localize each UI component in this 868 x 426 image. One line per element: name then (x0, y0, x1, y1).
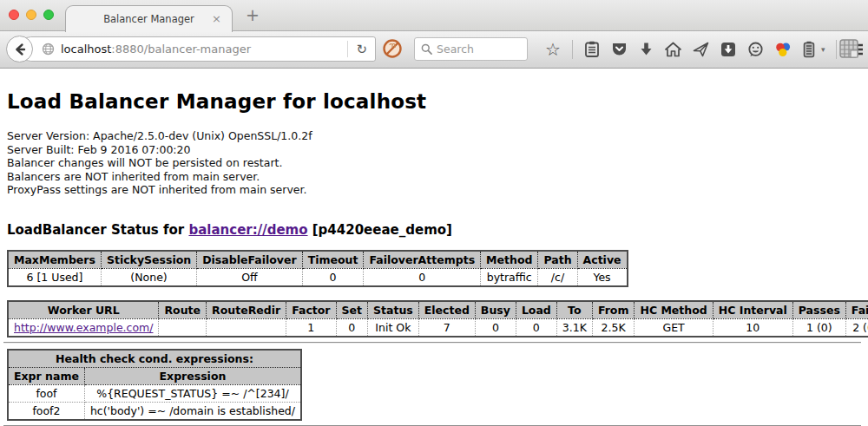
table-cell: 2 (0) (845, 318, 868, 337)
table-cell: GET (635, 318, 713, 337)
table-cell: 1 (0) (792, 318, 845, 337)
window-controls (9, 10, 54, 20)
pocket-icon[interactable] (611, 42, 628, 57)
table-cell: 0 (475, 318, 516, 337)
tab-close-icon[interactable]: × (212, 12, 221, 25)
table-title: Health check cond. expressions: (8, 350, 301, 368)
colored-dots-extension-icon[interactable] (775, 42, 792, 58)
search-icon (421, 43, 432, 55)
tab-groups-icon[interactable] (838, 38, 859, 62)
persist-notice-line: Balancer changes will NOT be persisted o… (7, 156, 861, 170)
column-header: RouteRedir (207, 301, 286, 319)
column-header: MaxMembers (8, 251, 101, 269)
table-header-row: Worker URLRouteRouteRedirFactorSetStatus… (8, 301, 868, 319)
send-plane-icon[interactable] (693, 42, 709, 57)
table-row: 6 [1 Used](None)Off00bytraffic/c/Yes (8, 268, 628, 286)
table-cell: 2.5K (592, 318, 635, 337)
column-header: StickySession (101, 251, 196, 269)
column-header: To (556, 301, 592, 319)
column-header: Worker URL (8, 301, 159, 319)
column-header: Load (516, 301, 556, 319)
column-header: Elected (418, 301, 475, 319)
balancer-link[interactable]: balancer://demo (188, 222, 307, 238)
column-header: Status (368, 301, 419, 319)
table-cell: hc('body') =~ /domain is established/ (84, 402, 301, 420)
battery-extension-icon[interactable] (803, 41, 815, 58)
balancer-manager-page: Load Balancer Manager for localhost Serv… (0, 69, 868, 425)
table-cell: Yes (577, 268, 627, 286)
column-header: HC Interval (713, 301, 792, 319)
window-close-button[interactable] (9, 10, 19, 20)
window-titlebar: Balancer Manager × + (0, 0, 868, 31)
table-cell: Off (197, 268, 302, 286)
table-cell: foof2 (8, 402, 84, 420)
worker-status-table: Worker URLRouteRouteRedirFactorSetStatus… (7, 300, 868, 338)
table-cell: %{REQUEST_STATUS} =~ /^[234]/ (84, 384, 301, 402)
toolbar-divider (836, 40, 837, 59)
window-minimize-button[interactable] (26, 10, 36, 20)
status-prefix: LoadBalancer Status for (7, 222, 188, 238)
column-header: Method (481, 251, 538, 269)
navigation-toolbar: localhost:8880/balancer-manager ↻ Search… (0, 31, 868, 69)
balancer-settings-table: MaxMembersStickySessionDisableFailoverTi… (7, 250, 628, 287)
column-header: Set (336, 301, 367, 319)
table-cell: bytraffic (481, 268, 538, 286)
tab-title: Balancer Manager (103, 13, 194, 25)
search-placeholder: Search (437, 43, 474, 56)
table-cell: http://www.example.com/ (8, 318, 159, 337)
extension-dropdown-caret-icon[interactable]: ▾ (821, 45, 825, 54)
globe-icon (42, 43, 55, 56)
column-header: Route (159, 301, 207, 319)
section-divider (3, 342, 861, 344)
worker-url-link[interactable]: http://www.example.com/ (14, 321, 153, 334)
column-header: FailoverAttempts (364, 251, 481, 269)
column-header: Active (577, 251, 627, 269)
reading-list-icon[interactable] (584, 41, 600, 58)
server-built-line: Server Built: Feb 9 2016 07:00:20 (7, 143, 861, 157)
emoji-extension-icon[interactable] (747, 42, 764, 57)
table-row: http://www.example.com/10Init Ok7003.1K2… (8, 318, 868, 337)
column-header: Expression (84, 367, 301, 384)
server-info: Server Version: Apache/2.5.0-dev (Unix) … (7, 129, 861, 197)
download-extension-icon[interactable] (720, 42, 736, 57)
server-version-line: Server Version: Apache/2.5.0-dev (Unix) … (7, 129, 861, 143)
table-cell: (None) (101, 268, 196, 286)
table-cell (159, 318, 207, 337)
browser-tab[interactable]: Balancer Manager × (65, 5, 233, 32)
content-blocked-icon[interactable] (382, 38, 403, 62)
table-cell: 3.1K (556, 318, 592, 337)
url-bar[interactable]: localhost:8880/balancer-manager ↻ (18, 36, 376, 62)
table-cell: 0 (364, 268, 481, 286)
table-cell: foof (8, 384, 84, 402)
loadbalancer-status-heading: LoadBalancer Status for balancer://demo … (7, 222, 861, 238)
inherit-notice-line: Balancers are NOT inherited from main se… (7, 170, 861, 184)
home-icon[interactable] (665, 42, 681, 57)
back-arrow-icon (13, 43, 27, 56)
table-cell: 6 [1 Used] (8, 268, 101, 286)
window-zoom-button[interactable] (43, 10, 54, 20)
table-row: foof%{REQUEST_STATUS} =~ /^[234]/ (8, 384, 301, 402)
table-cell: 0 (302, 268, 364, 286)
column-header: From (592, 301, 635, 319)
health-check-table: Health check cond. expressions:Expr name… (7, 349, 302, 421)
table-header-row: MaxMembersStickySessionDisableFailoverTi… (8, 251, 628, 269)
proxypass-notice-line: ProxyPass settings are NOT inherited fro… (7, 183, 861, 197)
search-bar[interactable]: Search (414, 37, 528, 61)
new-tab-button[interactable]: + (246, 5, 260, 24)
table-cell: Init Ok (368, 318, 419, 337)
page-title: Load Balancer Manager for localhost (7, 90, 861, 113)
column-header: Timeout (302, 251, 364, 269)
table-cell: 10 (713, 318, 792, 337)
column-header: Fails (845, 301, 868, 319)
table-cell (207, 318, 286, 337)
reload-button[interactable]: ↻ (348, 42, 375, 57)
url-text[interactable]: localhost:8880/balancer-manager (61, 43, 347, 56)
downloads-icon[interactable] (639, 42, 654, 57)
table-cell: 0 (336, 318, 367, 337)
column-header: DisableFailover (197, 251, 302, 269)
table-cell: 1 (286, 318, 336, 337)
bookmark-star-icon[interactable]: ☆ (545, 39, 561, 60)
column-header: Busy (475, 301, 516, 319)
column-header: Path (538, 251, 577, 269)
back-button[interactable] (6, 36, 33, 62)
